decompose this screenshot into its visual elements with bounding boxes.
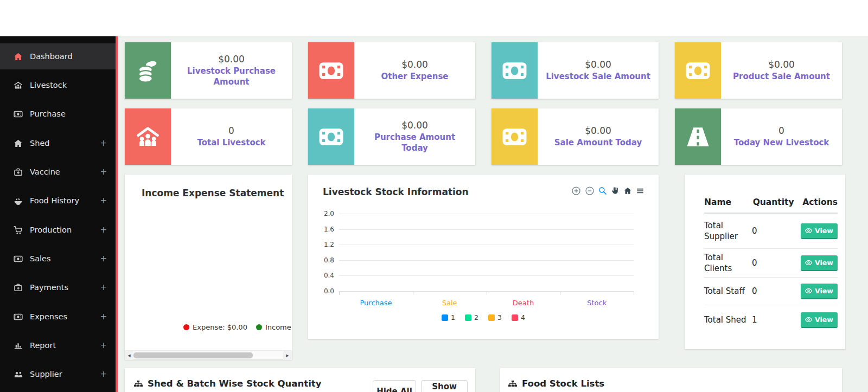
legend-label: Expense: $0.00 xyxy=(193,323,247,331)
expand-plus-icon[interactable]: + xyxy=(100,340,107,350)
sidebar-item-report[interactable]: Report + xyxy=(0,332,116,358)
shed-batch-panel: Shed & Batch Wise Stock Quantity Hide Al… xyxy=(125,368,475,392)
legend-label: 4 xyxy=(521,313,525,322)
hide-all-button[interactable]: Hide All xyxy=(373,380,416,392)
chart-legend: 1 2 3 4 xyxy=(308,313,659,322)
selection-zoom-icon[interactable] xyxy=(598,187,607,195)
table-row: Total Staff 0 View xyxy=(704,278,838,305)
y-tick-label: 0.4 xyxy=(314,272,334,279)
stat-label: Livestock Purchase Amount xyxy=(176,66,286,88)
scroll-right-arrow[interactable]: ▶ xyxy=(283,351,292,360)
legend-item-series-1[interactable]: 1 xyxy=(442,313,455,322)
legend-label: Income: $0.00 xyxy=(265,323,291,331)
gridline xyxy=(339,275,634,276)
legend-item-series-2[interactable]: 2 xyxy=(465,313,478,322)
sidebar-item-label: Vaccine xyxy=(30,168,60,176)
expand-plus-icon[interactable]: + xyxy=(100,369,107,379)
stat-value: 0 xyxy=(778,125,784,136)
food-stock-panel: Food Stock Lists xyxy=(500,368,842,392)
summary-table-panel: Name Quantity Actions Total Supplier 0 V… xyxy=(685,175,845,349)
stat-label: Product Sale Amount xyxy=(733,72,830,82)
stat-card-icon-block xyxy=(492,42,538,99)
view-button[interactable]: View xyxy=(801,223,838,239)
sidebar-item-purchase[interactable]: Purchase xyxy=(0,101,116,127)
food-bowl-icon xyxy=(14,196,23,205)
scrollbar-thumb[interactable] xyxy=(133,352,253,358)
sidebar-item-shed[interactable]: Shed + xyxy=(0,130,116,156)
stat-label: Sale Amount Today xyxy=(554,138,642,149)
sidebar-item-food-history[interactable]: Food History + xyxy=(0,188,116,214)
reset-home-icon[interactable] xyxy=(623,187,632,195)
show-all-button[interactable]: Show All xyxy=(421,380,468,392)
stat-card-livestock-purchase-amount: $0.00 Livestock Purchase Amount xyxy=(125,42,292,99)
y-tick-label: 0.8 xyxy=(314,256,334,264)
legend-label: 3 xyxy=(497,313,502,322)
food-stock-title: Food Stock Lists xyxy=(522,378,604,389)
table-header-row: Name Quantity Actions xyxy=(704,192,838,214)
view-label: View xyxy=(815,287,833,295)
sidebar-item-label: Purchase xyxy=(30,110,66,118)
expand-plus-icon[interactable]: + xyxy=(100,254,107,264)
stat-card-purchase-amount-today: $0.00 Purchase Amount Today xyxy=(308,108,475,165)
horizontal-scrollbar[interactable]: ◀ ▶ xyxy=(125,350,292,359)
banknote-icon xyxy=(14,312,23,322)
expand-plus-icon[interactable]: + xyxy=(100,167,107,177)
series-swatch-icon xyxy=(512,314,518,321)
stat-card-total-livestock: 0 Total Livestock xyxy=(125,108,292,165)
sidebar-nav: Dashboard Livestock Purchase Shed + Vacc… xyxy=(0,36,116,392)
scroll-left-arrow[interactable]: ◀ xyxy=(125,351,133,360)
bar-chart-icon xyxy=(14,341,23,350)
eye-icon xyxy=(805,287,812,294)
sidebar-item-sales[interactable]: Sales + xyxy=(0,246,116,272)
sidebar-item-vaccine[interactable]: Vaccine + xyxy=(0,159,116,185)
x-category-label: Sale xyxy=(417,299,482,307)
x-tick xyxy=(634,292,634,295)
income-expense-panel: Income Expense Statement Expense: $0.00 … xyxy=(125,175,292,359)
home-icon xyxy=(14,52,23,61)
x-tick xyxy=(487,292,487,295)
chart-menu-icon[interactable] xyxy=(636,187,644,195)
sidebar-item-production[interactable]: Production + xyxy=(0,217,116,243)
view-button[interactable]: View xyxy=(801,312,838,328)
expense-dot-icon xyxy=(183,324,189,330)
stat-value: $0.00 xyxy=(585,59,611,70)
view-button[interactable]: View xyxy=(801,255,838,271)
medkit-icon xyxy=(14,283,23,292)
expand-plus-icon[interactable]: + xyxy=(100,196,107,205)
summary-table: Name Quantity Actions Total Supplier 0 V… xyxy=(704,192,838,335)
zoom-out-icon[interactable] xyxy=(585,186,595,196)
eye-icon xyxy=(805,259,812,266)
view-button[interactable]: View xyxy=(801,284,838,299)
sidebar-item-supplier[interactable]: Supplier + xyxy=(0,361,116,387)
expand-plus-icon[interactable]: + xyxy=(100,282,107,292)
sidebar-item-label: Livestock xyxy=(30,81,67,89)
shed-icon xyxy=(14,139,23,148)
banknote-icon xyxy=(14,254,23,264)
sidebar-item-livestock[interactable]: Livestock xyxy=(0,72,116,98)
stat-value: $0.00 xyxy=(401,59,428,70)
coins-icon xyxy=(135,58,161,83)
column-header-name: Name xyxy=(704,197,753,208)
y-tick-label: 2.0 xyxy=(314,210,334,217)
expand-plus-icon[interactable]: + xyxy=(100,138,107,148)
legend-item-expense[interactable]: Expense: $0.00 xyxy=(183,323,247,331)
sidebar-item-label: Sales xyxy=(30,254,51,263)
expand-plus-icon[interactable]: + xyxy=(100,312,107,322)
food-stock-title-row: Food Stock Lists xyxy=(508,378,604,389)
legend-label: 2 xyxy=(474,313,478,322)
pan-hand-icon[interactable] xyxy=(611,187,620,195)
sidebar-item-dashboard[interactable]: Dashboard xyxy=(0,43,116,69)
sidebar-item-payments[interactable]: Payments + xyxy=(0,274,116,300)
legend-item-income[interactable]: Income: $0.00 xyxy=(256,323,291,331)
sidebar-item-expenses[interactable]: Expenses + xyxy=(0,304,116,330)
y-tick-label: 1.2 xyxy=(314,241,334,248)
sitemap-icon xyxy=(133,380,143,387)
stat-value: $0.00 xyxy=(768,59,795,70)
legend-item-series-3[interactable]: 3 xyxy=(488,313,502,322)
income-dot-icon xyxy=(256,324,262,330)
row-quantity: 0 xyxy=(752,286,801,296)
zoom-in-icon[interactable] xyxy=(571,186,581,196)
expand-plus-icon[interactable]: + xyxy=(100,225,107,235)
table-row: Total Clients 0 View xyxy=(704,249,838,278)
legend-item-series-4[interactable]: 4 xyxy=(512,313,525,322)
